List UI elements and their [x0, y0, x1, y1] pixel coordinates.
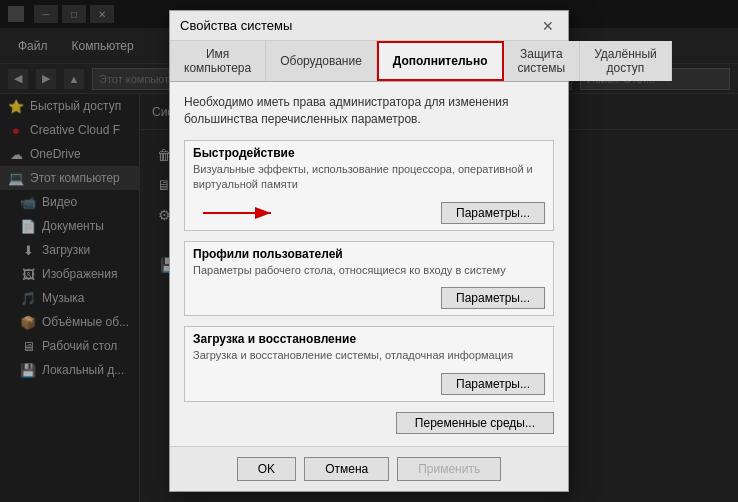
performance-params-button[interactable]: Параметры... — [441, 202, 545, 224]
startup-recovery-desc: Загрузка и восстановление системы, отлад… — [185, 348, 553, 368]
tab-system-protection[interactable]: Защита системы — [504, 41, 581, 81]
startup-recovery-section: Загрузка и восстановление Загрузка и вос… — [184, 326, 554, 401]
user-profiles-desc: Параметры рабочего стола, относящиеся ко… — [185, 263, 553, 283]
tab-hardware[interactable]: Оборудование — [266, 41, 377, 81]
startup-recovery-action: Параметры... — [185, 369, 553, 401]
env-vars-container: Переменные среды... — [184, 412, 554, 434]
env-vars-button[interactable]: Переменные среды... — [396, 412, 554, 434]
user-profiles-header: Профили пользователей — [185, 242, 553, 263]
performance-desc: Визуальные эффекты, использование процес… — [185, 162, 553, 198]
tab-remote[interactable]: Удалённый доступ — [580, 41, 672, 81]
dialog-notice: Необходимо иметь права администратора дл… — [184, 94, 554, 128]
performance-action: Параметры... — [185, 198, 553, 230]
dialog-overlay: Свойства системы ✕ Имя компьютера Оборуд… — [0, 0, 738, 502]
dialog-footer: OK Отмена Применить — [170, 446, 568, 491]
system-properties-dialog: Свойства системы ✕ Имя компьютера Оборуд… — [169, 10, 569, 491]
dialog-close-button[interactable]: ✕ — [538, 16, 558, 36]
cancel-button[interactable]: Отмена — [304, 457, 389, 481]
arrow-svg — [203, 204, 283, 222]
dialog-tabs: Имя компьютера Оборудование Дополнительн… — [170, 41, 568, 82]
dialog-title: Свойства системы — [180, 18, 292, 33]
user-profiles-section: Профили пользователей Параметры рабочего… — [184, 241, 554, 316]
dialog-body: Необходимо иметь права администратора дл… — [170, 82, 568, 445]
tab-advanced[interactable]: Дополнительно — [377, 41, 504, 81]
dialog-titlebar: Свойства системы ✕ — [170, 11, 568, 41]
startup-recovery-header: Загрузка и восстановление — [185, 327, 553, 348]
tab-computer-name[interactable]: Имя компьютера — [170, 41, 266, 81]
arrow-area — [193, 202, 441, 224]
performance-header: Быстродействие — [185, 141, 553, 162]
user-profiles-action: Параметры... — [185, 283, 553, 315]
performance-section: Быстродействие Визуальные эффекты, испол… — [184, 140, 554, 231]
apply-button[interactable]: Применить — [397, 457, 501, 481]
user-profiles-params-button[interactable]: Параметры... — [441, 287, 545, 309]
startup-recovery-params-button[interactable]: Параметры... — [441, 373, 545, 395]
ok-button[interactable]: OK — [237, 457, 296, 481]
